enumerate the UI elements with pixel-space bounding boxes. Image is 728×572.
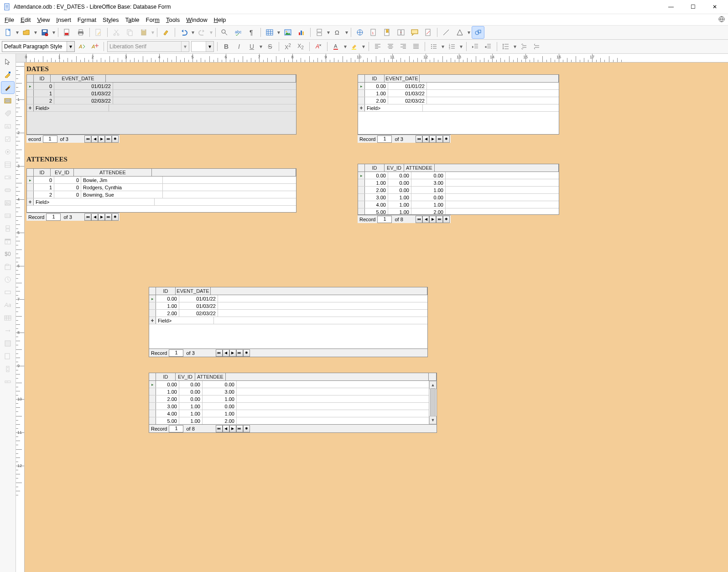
text-box-button[interactable]: A| [1, 120, 14, 132]
new-style-button[interactable]: A [89, 41, 100, 52]
table-cell[interactable]: 0.00 [179, 388, 203, 395]
horizontal-ruler[interactable]: /*populated below*/ 01234567891011121314… [16, 54, 728, 62]
nav-next[interactable]: ▶ [429, 135, 436, 143]
nav-new[interactable]: ✱ [243, 349, 250, 357]
nav-first[interactable]: ⏮ [216, 425, 223, 432]
increase-indent-button[interactable] [470, 41, 481, 52]
table-new-row[interactable]: +Field> [27, 198, 296, 206]
subscript-button[interactable]: X2 [295, 41, 306, 52]
minimize-button[interactable]: — [664, 1, 678, 12]
nav-new[interactable]: ✱ [112, 213, 119, 221]
insert-image-button[interactable] [281, 26, 294, 39]
menu-tools[interactable]: Tools [166, 16, 180, 23]
nav-next[interactable]: ▶ [98, 213, 105, 221]
basic-shapes-dropdown[interactable]: ▾ [467, 29, 471, 36]
table-cell[interactable]: 2.00 [156, 395, 179, 402]
line-button[interactable] [440, 26, 452, 39]
radio-button-button[interactable] [1, 146, 14, 158]
menu-view[interactable]: View [37, 16, 50, 23]
table-cell[interactable]: 1.00 [203, 410, 237, 417]
copy-button[interactable] [124, 26, 136, 39]
table-cell[interactable]: 1.00 [388, 201, 411, 208]
col-header[interactable]: ID [156, 373, 176, 380]
open-dropdown[interactable]: ▾ [34, 29, 37, 36]
table-new-row[interactable]: +Field> [149, 317, 427, 324]
menu-styles[interactable]: Styles [103, 16, 119, 23]
table-cell[interactable]: 1 [34, 184, 54, 191]
image-control-button[interactable] [1, 338, 14, 349]
undo-dropdown[interactable]: ▾ [191, 29, 195, 36]
table-cell[interactable]: 0 [54, 191, 81, 198]
col-header[interactable]: ATTENDEE [404, 164, 435, 172]
table-cell[interactable]: 1.00 [179, 403, 203, 410]
nav-prev[interactable]: ◀ [223, 349, 229, 357]
insert-table-button[interactable] [263, 26, 276, 39]
table-row[interactable]: ▸0.0001/01/22 [149, 295, 427, 302]
form-design-button[interactable] [1, 95, 14, 107]
comment-button[interactable] [408, 26, 421, 39]
save-button[interactable] [38, 26, 51, 39]
grid-attendees-1[interactable]: ID EV_ID ATTENDEE ▸00Bowie, Jim10Rodgers… [26, 168, 296, 213]
grid-dates-1[interactable]: ID EVENT_DATE ▸001/01/22101/03/22202/03/… [26, 74, 296, 135]
menu-insert[interactable]: Insert [56, 16, 71, 23]
col-header[interactable]: ID [365, 75, 385, 82]
nav-first[interactable]: ⏮ [84, 135, 91, 143]
nav-prev[interactable]: ◀ [422, 216, 429, 223]
clone-formatting-button[interactable] [160, 26, 172, 39]
table-cell[interactable]: 2.00 [365, 187, 388, 193]
maximize-button[interactable]: ☐ [686, 1, 700, 12]
table-row[interactable]: 4.001.001.00 [149, 410, 429, 417]
table-row[interactable]: ▸001/01/22 [27, 83, 296, 90]
show-draw-functions-button[interactable] [472, 26, 484, 39]
table-cell[interactable]: 1.00 [156, 302, 179, 309]
table-cell[interactable]: 01/01/22 [179, 295, 218, 302]
col-header[interactable]: ATTENDEE [195, 373, 226, 380]
font-color-button[interactable]: A [331, 41, 342, 52]
spellcheck-button[interactable]: abc [232, 26, 244, 39]
font-color-dropdown[interactable]: ▾ [343, 43, 347, 50]
special-char-dropdown[interactable]: ▾ [345, 29, 348, 36]
nav-prev[interactable]: ◀ [223, 425, 229, 432]
number-list-button[interactable]: 123 [447, 41, 458, 52]
cross-ref-button[interactable] [395, 26, 407, 39]
nav-new[interactable]: ✱ [443, 216, 450, 223]
menu-form[interactable]: Form [146, 16, 160, 23]
table-row[interactable]: 101/03/22 [27, 90, 296, 97]
table-cell[interactable]: 0.00 [156, 381, 179, 388]
nav-prev[interactable]: ◀ [91, 135, 98, 143]
col-header[interactable]: EVENT_DATE [385, 75, 420, 82]
col-header[interactable]: EVENT_DATE [51, 75, 106, 82]
file-selection-button[interactable] [1, 350, 14, 362]
open-button[interactable] [20, 26, 33, 39]
nav-next[interactable]: ▶ [98, 135, 105, 143]
wizards-button[interactable] [1, 81, 15, 94]
line-spacing-button[interactable] [500, 41, 511, 52]
increase-para-spacing-button[interactable] [519, 41, 530, 52]
table-row[interactable]: 5.001.002.00 [358, 208, 559, 214]
table-cell[interactable]: 0 [34, 83, 54, 89]
table-row[interactable]: ▸0.000.000.00 [149, 381, 429, 388]
page-break-button[interactable] [313, 26, 326, 39]
table-cell[interactable]: 1.00 [179, 417, 203, 424]
time-field-button[interactable] [1, 274, 14, 286]
nav-next[interactable]: ▶ [229, 349, 236, 357]
bold-button[interactable]: B [221, 41, 232, 52]
push-button-button[interactable] [1, 184, 14, 196]
col-header[interactable]: ID [34, 169, 51, 176]
clear-formatting-button[interactable]: A [313, 41, 324, 52]
nav-first[interactable]: ⏮ [416, 135, 422, 143]
table-cell[interactable]: 02/03/22 [54, 97, 113, 104]
record-nav-attendees-3[interactable]: Record 1 of 8 ⏮ ◀ ▶ ⏭ ✱ [149, 424, 437, 432]
print-button[interactable] [74, 26, 87, 39]
table-row[interactable]: 3.001.000.00 [358, 194, 559, 201]
currency-field-button[interactable]: $0 [1, 248, 14, 260]
table-cell[interactable]: 01/01/22 [54, 83, 113, 89]
highlight-dropdown[interactable]: ▾ [362, 43, 365, 50]
list-box-button[interactable] [1, 159, 14, 171]
special-char-button[interactable]: Ω [331, 26, 344, 39]
image-button-button[interactable] [1, 197, 14, 209]
update-icon[interactable] [718, 16, 725, 23]
nav-new[interactable]: ✱ [112, 135, 119, 143]
nav-bar-button[interactable] [1, 325, 14, 337]
table-cell[interactable]: 2 [34, 97, 54, 104]
